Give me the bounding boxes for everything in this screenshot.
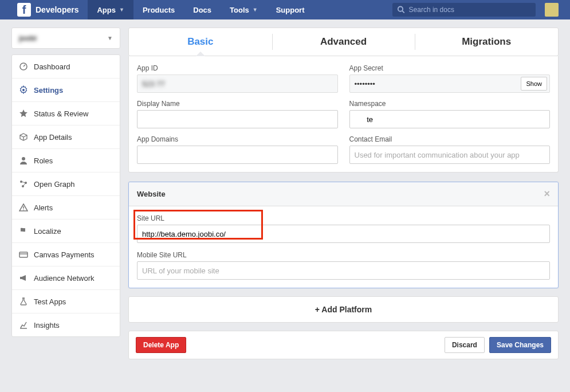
sidebar-item-label: Insights [34, 321, 60, 330]
sidebar-menu: Dashboard Settings Status & Review App D… [11, 54, 120, 337]
sidebar-item-label: Dashboard [34, 62, 70, 71]
sidebar-item-label: Status & Review [34, 109, 88, 118]
main-content: Basic Advanced Migrations App ID 523 77 … [128, 28, 559, 359]
chevron-down-icon: ▼ [107, 35, 113, 41]
close-icon[interactable]: × [544, 188, 550, 200]
app-secret-value: •••••••• Show [349, 75, 551, 93]
alert-icon [19, 203, 28, 212]
nav-label: Apps [97, 6, 116, 14]
website-section: Website × Site URL Mobile Site URL [128, 182, 559, 288]
sidebar-item-label: Canvas Payments [34, 250, 95, 259]
sidebar-item-label: Alerts [34, 203, 53, 212]
site-url-input[interactable] [137, 225, 550, 243]
brand-label[interactable]: Developers [36, 0, 88, 19]
namespace-label: Namespace [349, 100, 551, 108]
basic-panel: App ID 523 77 App Secret •••••••• Show D… [128, 56, 559, 173]
app-domains-label: App Domains [137, 135, 338, 143]
show-secret-button[interactable]: Show [521, 77, 547, 91]
contact-email-input[interactable] [349, 146, 551, 164]
sidebar-item-localize[interactable]: Localize [12, 219, 120, 243]
app-secret-label: App Secret [349, 64, 551, 72]
settings-tabs: Basic Advanced Migrations [128, 28, 559, 56]
person-icon [19, 156, 28, 165]
app-domains-input[interactable] [137, 146, 338, 164]
sidebar-item-label: Audience Network [34, 274, 95, 283]
nav-docs[interactable]: Docs [184, 0, 221, 19]
mobile-url-label: Mobile Site URL [137, 251, 550, 259]
nav-products[interactable]: Products [133, 0, 184, 19]
svg-rect-12 [19, 252, 27, 257]
search-box[interactable] [392, 3, 536, 17]
display-name-label: Display Name [137, 100, 338, 108]
svg-point-4 [22, 157, 25, 160]
star-icon [19, 109, 28, 118]
plus-icon: + [315, 305, 322, 314]
sidebar-item-canvas[interactable]: Canvas Payments [12, 243, 120, 266]
website-title: Website [137, 190, 166, 198]
chart-icon [19, 320, 28, 330]
app-name: joobi [19, 34, 37, 42]
megaphone-icon [19, 273, 28, 283]
top-navbar: f Developers Apps ▼ Products Docs Tools … [0, 0, 570, 19]
search-input[interactable] [409, 6, 531, 14]
sidebar-item-status[interactable]: Status & Review [12, 102, 120, 126]
sidebar-item-opengraph[interactable]: Open Graph [12, 173, 120, 196]
sidebar-item-label: Open Graph [34, 180, 75, 189]
sidebar-item-roles[interactable]: Roles [12, 149, 120, 173]
sidebar-item-label: App Details [34, 133, 72, 142]
namespace-input[interactable] [349, 110, 551, 128]
nav-tools[interactable]: Tools ▼ [221, 0, 267, 19]
nav-label: Support [276, 6, 305, 14]
chevron-down-icon: ▼ [119, 7, 124, 13]
svg-point-0 [398, 7, 403, 11]
tab-basic[interactable]: Basic [129, 28, 272, 56]
sidebar: joobi ▼ Dashboard Settings Status & Revi… [11, 28, 120, 359]
nav-apps[interactable]: Apps ▼ [88, 0, 133, 19]
svg-point-11 [23, 209, 24, 210]
nav-support[interactable]: Support [267, 0, 314, 19]
sidebar-item-label: Test Apps [34, 297, 66, 306]
tab-advanced[interactable]: Advanced [272, 28, 415, 56]
svg-line-1 [402, 11, 404, 13]
display-name-input[interactable] [137, 110, 338, 128]
nav-label: Products [143, 6, 175, 14]
sidebar-item-appdetails[interactable]: App Details [12, 126, 120, 149]
sidebar-item-label: Roles [34, 156, 53, 165]
sidebar-item-alerts[interactable]: Alerts [12, 196, 120, 219]
svg-line-9 [23, 183, 26, 186]
sidebar-item-dashboard[interactable]: Dashboard [12, 55, 120, 79]
app-id-value: 523 77 [137, 75, 338, 93]
avatar[interactable] [545, 3, 559, 17]
sidebar-item-label: Localize [34, 227, 61, 236]
sidebar-item-testapps[interactable]: Test Apps [12, 290, 120, 313]
app-selector-dropdown[interactable]: joobi ▼ [11, 28, 120, 49]
gauge-icon [19, 62, 28, 71]
sidebar-item-label: Settings [34, 86, 63, 95]
mobile-url-input[interactable] [137, 261, 550, 280]
graph-icon [19, 179, 28, 189]
add-platform-button[interactable]: + Add Platform [128, 296, 559, 323]
discard-button[interactable]: Discard [445, 337, 485, 353]
delete-app-button[interactable]: Delete App [136, 337, 186, 353]
cube-icon [19, 132, 28, 142]
tab-migrations[interactable]: Migrations [415, 28, 558, 56]
flask-icon [19, 297, 28, 306]
flag-icon [19, 226, 28, 236]
facebook-logo-icon[interactable]: f [17, 3, 31, 17]
card-icon [19, 250, 28, 259]
site-url-label: Site URL [137, 214, 550, 222]
nav-label: Tools [230, 6, 249, 14]
app-id-label: App ID [137, 64, 338, 72]
sidebar-item-settings[interactable]: Settings [12, 79, 120, 102]
contact-email-label: Contact Email [349, 135, 551, 143]
footer-actions: Delete App Discard Save Changes [128, 331, 559, 359]
chevron-down-icon: ▼ [253, 7, 258, 13]
svg-line-3 [23, 65, 25, 66]
save-changes-button[interactable]: Save Changes [489, 337, 551, 353]
sidebar-item-audience[interactable]: Audience Network [12, 266, 120, 290]
search-icon [397, 5, 406, 14]
sidebar-item-insights[interactable]: Insights [12, 313, 120, 336]
gear-icon [19, 85, 28, 95]
nav-label: Docs [193, 6, 211, 14]
